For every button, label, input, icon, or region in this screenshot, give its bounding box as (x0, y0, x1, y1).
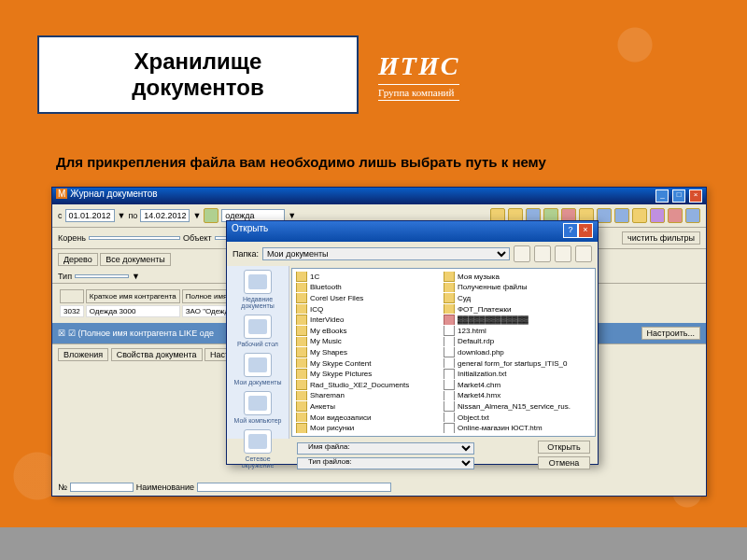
filename-label: Имя файла: (308, 442, 350, 451)
file-item[interactable]: Shareman (296, 391, 444, 401)
dialog-title: Открыть (232, 223, 268, 240)
file-item[interactable]: Market4.chm (444, 380, 591, 390)
dialog-titlebar[interactable]: Открыть ?× (227, 221, 598, 242)
file-item[interactable]: Мои видеозаписи (296, 413, 444, 423)
file-item[interactable]: ▓▓▓▓▓▓▓▓▓▓▓▓▓ (444, 315, 591, 325)
window-titlebar[interactable]: MЖурнал документов _ □ × (52, 188, 706, 204)
open-button[interactable]: Открыть (538, 441, 590, 454)
minimize-button[interactable]: _ (655, 189, 669, 203)
file-item[interactable]: Мои рисунки (296, 423, 444, 433)
setup-button[interactable]: Настроить... (641, 327, 700, 340)
tool-icon[interactable] (668, 208, 683, 223)
file-item[interactable]: Nissan_Almera_N15_service_rus. (444, 401, 591, 412)
file-item[interactable]: ФОТ_Платежки (444, 304, 591, 315)
help-button[interactable]: ? (563, 223, 578, 238)
tool-icon[interactable] (650, 208, 665, 223)
file-item[interactable]: Bluetooth (296, 283, 444, 293)
file-item[interactable]: ICQ (296, 304, 444, 315)
file-item[interactable]: InterVideo (296, 315, 444, 325)
file-item[interactable]: My Shapes (296, 347, 444, 357)
tool-icon[interactable] (597, 208, 612, 223)
up-icon[interactable] (534, 245, 551, 262)
places-bar: Недавние документыРабочий столМои докуме… (227, 266, 289, 439)
type-input[interactable] (75, 274, 129, 278)
date-to-input[interactable]: 14.02.2012 (140, 209, 190, 222)
open-dialog: Открыть ?× Папка: Мои документы Недавние… (226, 220, 599, 465)
logo-subtitle: Группа компаний (378, 84, 459, 101)
file-item[interactable]: general form_for startups_ITIS_0 (444, 358, 591, 369)
file-item[interactable]: My eBooks (296, 326, 444, 336)
refresh-icon[interactable] (204, 208, 218, 223)
slide-title: Хранилище документов (37, 35, 359, 114)
tab-tree[interactable]: Дерево (58, 253, 98, 266)
date-from-input[interactable]: 01.01.2012 (65, 209, 115, 222)
views-icon[interactable] (575, 245, 592, 262)
tab-all-docs[interactable]: Все документы (100, 253, 170, 266)
file-item[interactable]: download.php (444, 347, 591, 357)
place-item[interactable]: Мой компьютер (234, 391, 282, 424)
file-item[interactable]: Rad_Studio_XE2_Documents (296, 380, 444, 390)
tool-icon[interactable] (614, 208, 629, 223)
file-item[interactable]: My Music (296, 337, 444, 347)
maximize-button[interactable]: □ (672, 189, 685, 203)
newfolder-icon[interactable] (555, 245, 571, 262)
num-label: № (58, 483, 67, 492)
file-item[interactable]: Online-магазин ЮСТ.htm (444, 423, 591, 433)
file-item[interactable]: Market4.hmx (444, 391, 591, 401)
caption-text: Для прикрепления файла вам необходимо ли… (56, 154, 710, 170)
close-button[interactable]: × (689, 189, 702, 203)
tab-attachments[interactable]: Вложения (58, 348, 108, 361)
date-to-label: по (128, 211, 137, 220)
place-item[interactable]: Мои документы (233, 353, 281, 385)
tab-doc-props[interactable]: Свойства документа (111, 348, 203, 361)
dialog-close-button[interactable]: × (578, 223, 593, 238)
column-header[interactable] (60, 289, 84, 303)
clear-filters-button[interactable]: чистить фильтры (622, 231, 700, 245)
file-item[interactable]: My Skype Content (296, 358, 444, 369)
filetype-label: Тип файлов: (308, 457, 352, 466)
file-item[interactable]: Моя музыка (444, 272, 591, 282)
file-item[interactable]: Object.txt (444, 413, 591, 423)
tool-icon[interactable] (685, 208, 700, 223)
file-item[interactable]: Corel User Files (296, 293, 444, 303)
root-input[interactable] (89, 236, 180, 240)
window-controls: _ □ × (655, 189, 702, 203)
date-from-label: с (58, 211, 63, 220)
folder-label: Папка: (233, 249, 259, 259)
file-item[interactable]: Анкеты (296, 401, 444, 412)
window-title: MЖурнал документов (56, 189, 158, 203)
file-item[interactable]: My Skype Pictures (296, 369, 444, 379)
back-icon[interactable] (514, 245, 530, 262)
filter-expression: (Полное имя контрагента LIKE оде (78, 329, 214, 338)
column-header[interactable]: Краткое имя контрагента (86, 289, 180, 303)
file-item[interactable]: Default.rdp (444, 337, 591, 347)
folder-select[interactable]: Мои документы (262, 247, 510, 260)
cancel-button[interactable]: Отмена (538, 456, 590, 469)
file-item[interactable]: Полученные файлы (444, 283, 591, 293)
name-label: Наименование (136, 483, 194, 492)
title-line-1: Хранилище (134, 49, 262, 75)
root-label: Корень (58, 233, 86, 243)
logo: ИТИС Группа компаний (378, 51, 459, 101)
file-item[interactable]: Initialization.txt (444, 369, 591, 379)
place-item[interactable]: Рабочий стол (237, 315, 278, 347)
file-item[interactable]: 123.html (444, 326, 591, 336)
logo-main: ИТИС (378, 51, 459, 81)
file-list[interactable]: 1CBluetoothCorel User FilesICQInterVideo… (291, 268, 596, 437)
file-item[interactable]: 1C (296, 272, 444, 282)
object-label: Объект (183, 233, 212, 243)
title-line-2: документов (132, 75, 263, 101)
type-label: Тип (58, 272, 72, 281)
file-item[interactable]: Суд (444, 293, 591, 303)
tool-icon[interactable] (632, 208, 647, 223)
filter-checkbox[interactable]: ☒ ☑ (58, 329, 76, 338)
place-item[interactable]: Недавние документы (229, 270, 287, 309)
